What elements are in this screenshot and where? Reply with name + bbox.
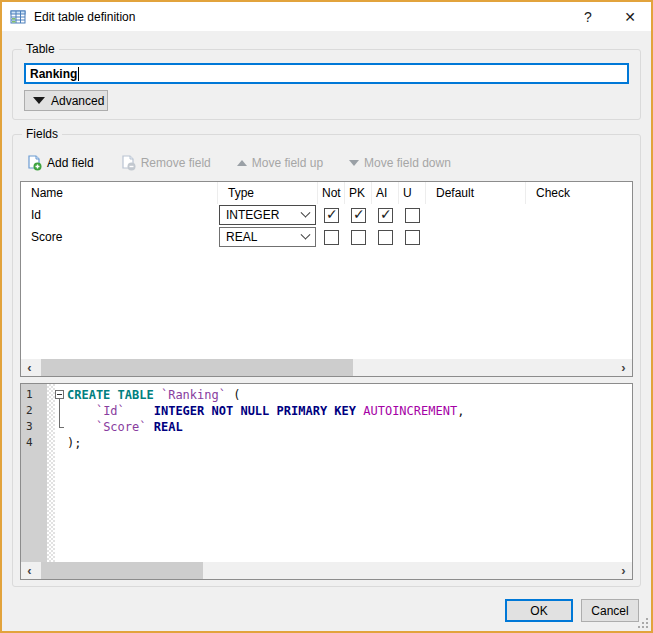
scrollbar-track[interactable] bbox=[38, 359, 615, 376]
fold-collapse-icon[interactable] bbox=[55, 390, 64, 399]
sql-area[interactable]: 1234 CREATE TABLE `Ranking` ( `Id` INTEG… bbox=[21, 384, 632, 562]
table-group-label: Table bbox=[22, 42, 59, 56]
chevron-down-icon bbox=[301, 207, 311, 217]
fold-margin bbox=[47, 384, 55, 562]
window-title: Edit table definition bbox=[34, 10, 135, 24]
arrow-down-icon bbox=[349, 160, 359, 166]
not-null-checkbox[interactable] bbox=[324, 208, 339, 223]
remove-field-label: Remove field bbox=[141, 156, 211, 170]
scrollbar-thumb[interactable] bbox=[41, 562, 203, 579]
add-field-label: Add field bbox=[47, 156, 94, 170]
fold-guide-line bbox=[59, 399, 60, 427]
column-header-name[interactable]: Name bbox=[21, 182, 218, 204]
type-value: REAL bbox=[226, 230, 257, 244]
scroll-right-icon[interactable]: › bbox=[615, 562, 632, 579]
table-name-input[interactable]: Ranking bbox=[24, 63, 629, 84]
table-name-value: Ranking bbox=[30, 67, 77, 81]
chevron-down-icon bbox=[301, 229, 311, 239]
table-groupbox: Table Ranking Advanced bbox=[12, 49, 641, 120]
fields-groupbox: Fields Add field Remove fiel bbox=[12, 134, 641, 587]
ai-checkbox[interactable] bbox=[378, 208, 393, 223]
arrow-up-icon bbox=[237, 160, 247, 166]
field-name[interactable]: Id bbox=[21, 208, 218, 222]
table-row-score[interactable]: Score REAL bbox=[21, 226, 632, 248]
column-header-type[interactable]: Type bbox=[218, 182, 318, 204]
unique-checkbox[interactable] bbox=[405, 208, 420, 223]
fields-table-header: Name Type Not PK AI U Default Check bbox=[21, 182, 632, 204]
sql-horizontal-scrollbar[interactable]: ‹ › bbox=[21, 562, 632, 579]
dialog-button-row: OK Cancel bbox=[2, 599, 639, 622]
line-number-gutter: 1234 bbox=[21, 384, 47, 562]
scrollbar-track[interactable] bbox=[38, 562, 615, 579]
fields-toolbar: Add field Remove field Move field up Mov… bbox=[20, 151, 633, 175]
pk-checkbox[interactable] bbox=[351, 208, 366, 223]
scrollbar-thumb[interactable] bbox=[41, 359, 353, 376]
fields-group-label: Fields bbox=[22, 127, 62, 141]
move-field-down-button[interactable]: Move field down bbox=[349, 156, 451, 170]
advanced-button[interactable]: Advanced bbox=[24, 90, 108, 111]
move-field-down-label: Move field down bbox=[364, 156, 451, 170]
move-field-up-label: Move field up bbox=[252, 156, 323, 170]
type-dropdown[interactable]: REAL bbox=[219, 227, 316, 247]
chevron-down-icon bbox=[33, 97, 45, 104]
sql-code[interactable]: CREATE TABLE `Ranking` ( `Id` INTEGER NO… bbox=[67, 384, 632, 562]
fields-table: Name Type Not PK AI U Default Check Id I… bbox=[20, 181, 633, 377]
type-value: INTEGER bbox=[226, 208, 279, 222]
pk-checkbox[interactable] bbox=[351, 230, 366, 245]
titlebar: Edit table definition ? ✕ bbox=[2, 2, 651, 31]
add-field-icon bbox=[26, 155, 42, 171]
remove-field-button[interactable]: Remove field bbox=[120, 155, 211, 171]
fold-guide-end bbox=[59, 427, 64, 428]
sql-editor: 1234 CREATE TABLE `Ranking` ( `Id` INTEG… bbox=[20, 383, 633, 580]
column-header-pk[interactable]: PK bbox=[345, 182, 372, 204]
field-name[interactable]: Score bbox=[21, 230, 218, 244]
remove-field-icon bbox=[120, 155, 136, 171]
ai-checkbox[interactable] bbox=[378, 230, 393, 245]
column-header-check[interactable]: Check bbox=[526, 182, 632, 204]
fold-column bbox=[55, 384, 67, 562]
scroll-left-icon[interactable]: ‹ bbox=[21, 562, 38, 579]
column-header-ai[interactable]: AI bbox=[372, 182, 399, 204]
table-row-id[interactable]: Id INTEGER bbox=[21, 204, 632, 226]
scroll-left-icon[interactable]: ‹ bbox=[21, 359, 38, 376]
column-header-u[interactable]: U bbox=[399, 182, 426, 204]
move-field-up-button[interactable]: Move field up bbox=[237, 156, 323, 170]
resize-grip[interactable] bbox=[636, 616, 648, 628]
column-header-default[interactable]: Default bbox=[426, 182, 526, 204]
help-button[interactable]: ? bbox=[567, 2, 609, 31]
advanced-button-label: Advanced bbox=[51, 94, 104, 108]
fields-table-grid: Name Type Not PK AI U Default Check Id I… bbox=[21, 182, 632, 359]
close-button[interactable]: ✕ bbox=[609, 2, 651, 31]
table-icon bbox=[10, 9, 26, 25]
ok-button[interactable]: OK bbox=[505, 599, 573, 622]
cancel-button[interactable]: Cancel bbox=[581, 599, 639, 622]
unique-checkbox[interactable] bbox=[405, 230, 420, 245]
not-null-checkbox[interactable] bbox=[324, 230, 339, 245]
edit-table-definition-dialog: Edit table definition ? ✕ Table Ranking … bbox=[0, 0, 653, 633]
scroll-right-icon[interactable]: › bbox=[615, 359, 632, 376]
text-caret bbox=[78, 67, 79, 81]
field-type-cell: REAL bbox=[218, 227, 318, 247]
fields-horizontal-scrollbar[interactable]: ‹ › bbox=[21, 359, 632, 376]
column-header-not[interactable]: Not bbox=[318, 182, 345, 204]
type-dropdown[interactable]: INTEGER bbox=[219, 205, 316, 225]
add-field-button[interactable]: Add field bbox=[26, 155, 94, 171]
field-type-cell: INTEGER bbox=[218, 205, 318, 225]
